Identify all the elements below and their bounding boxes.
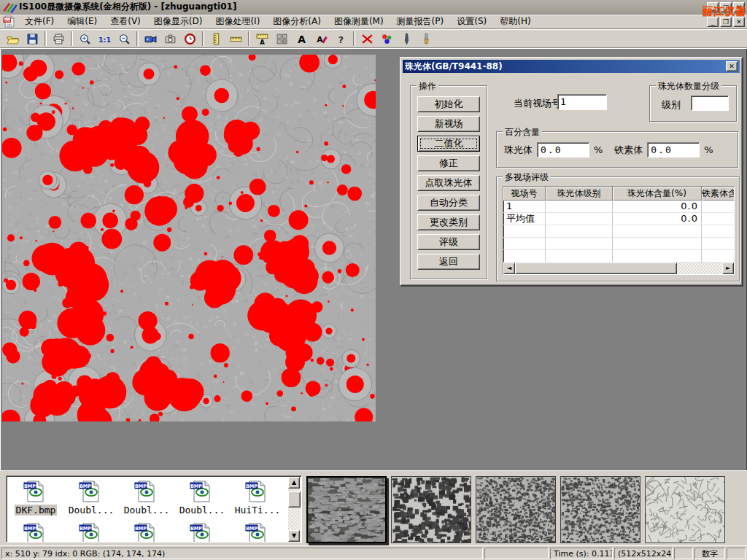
table-row[interactable] <box>503 250 734 262</box>
pearlite-percent-input[interactable]: 0.0 <box>537 142 589 158</box>
file-item-row2-5[interactable]: BMP <box>230 520 285 542</box>
menu-item-6[interactable]: 图像分析(A) <box>266 15 328 28</box>
op-button-5[interactable]: 点取珠光体 <box>417 175 480 191</box>
actual-size-button[interactable]: 1:1 <box>95 31 115 47</box>
svg-text:BMP: BMP <box>190 483 202 489</box>
op-button-3[interactable]: 二值化 <box>417 136 480 152</box>
curve-tool-button[interactable] <box>357 31 377 47</box>
ferrite-percent-input[interactable]: 0.0 <box>647 142 700 158</box>
horizontal-ruler-button[interactable] <box>226 31 246 47</box>
timer-icon <box>184 33 196 45</box>
grid-button[interactable] <box>272 31 292 47</box>
calibration-button[interactable]: A <box>252 31 272 47</box>
menu-item-10[interactable]: 帮助(H) <box>493 15 537 28</box>
particle-marker-icon <box>381 33 393 45</box>
file-item-2[interactable]: BMPDoubl... <box>63 478 119 516</box>
table-row[interactable]: 平均值0.0 <box>503 213 734 225</box>
table-row[interactable]: 10.0 <box>503 201 734 213</box>
file-item-row2-4[interactable]: BMP <box>174 520 230 542</box>
scrollbar-thumb[interactable] <box>288 491 301 508</box>
op-button-4[interactable]: 修正 <box>417 155 480 171</box>
dialog-close-button[interactable]: ✕ <box>726 61 738 71</box>
thumbnail-1[interactable] <box>306 476 387 543</box>
menu-item-9[interactable]: 设置(S) <box>450 15 493 28</box>
table-cell <box>503 238 546 250</box>
file-item-row2-2[interactable]: BMP <box>63 520 119 542</box>
help-button[interactable]: ? <box>331 31 351 47</box>
scroll-right-arrow[interactable]: ► <box>722 262 734 274</box>
particle-marker-button[interactable] <box>377 31 397 47</box>
annotate-icon: A <box>315 33 328 45</box>
vertical-ruler-button[interactable] <box>206 31 226 47</box>
document-icon[interactable]: DOC <box>3 15 15 28</box>
file-browser: BMPDKF.bmpBMPDoubl...BMPDoubl...BMPDoubl… <box>6 475 302 542</box>
thumbnail-2[interactable] <box>391 476 471 543</box>
scroll-down-arrow[interactable]: ▼ <box>288 530 300 542</box>
save-button[interactable] <box>23 31 42 47</box>
op-button-8[interactable]: 评级 <box>417 234 480 250</box>
file-item-1[interactable]: BMPDKF.bmp <box>8 478 63 516</box>
file-vertical-scrollbar[interactable]: ▲ ▼ <box>288 477 301 542</box>
zoom-in-button[interactable] <box>75 31 95 47</box>
table-row[interactable] <box>503 225 734 238</box>
scroll-left-arrow[interactable]: ◄ <box>503 262 515 274</box>
bmp-file-icon: BMP <box>78 478 104 504</box>
timer-button[interactable] <box>180 31 200 47</box>
annotate-button[interactable]: A <box>311 31 331 47</box>
file-item-5[interactable]: BMPHuiTi... <box>230 478 285 516</box>
menu-item-5[interactable]: 图像处理(I) <box>209 15 266 28</box>
scrollbar-thumb[interactable] <box>515 262 677 274</box>
open-button[interactable] <box>3 31 23 47</box>
thumbnail-4[interactable] <box>560 476 640 543</box>
menu-item-1[interactable]: 文件(F) <box>18 15 61 28</box>
menu-item-7[interactable]: 图像测量(M) <box>328 15 390 28</box>
menu-item-3[interactable]: 查看(V) <box>104 15 147 28</box>
scrollbar-track[interactable] <box>515 262 722 274</box>
table-row[interactable] <box>503 238 734 250</box>
file-item-3[interactable]: BMPDoubl... <box>119 478 174 516</box>
thumbnail-5[interactable] <box>645 476 725 543</box>
current-field-input[interactable]: 1 <box>557 94 607 110</box>
table-header-2[interactable]: 珠光体级别 <box>546 187 613 201</box>
micrograph-image[interactable] <box>2 55 376 421</box>
capture-button[interactable] <box>160 31 180 47</box>
op-button-1[interactable]: 初始化 <box>417 96 480 112</box>
dialog-body: 操作 初始化新视场二值化修正点取珠光体自动分类更改类别评级返回 当前视场号 1 … <box>403 73 740 284</box>
text-icon: A <box>295 33 308 45</box>
menu-item-2[interactable]: 编辑(E) <box>61 15 104 28</box>
table-header-3[interactable]: 珠光体含量(%) <box>613 187 702 201</box>
capture-icon <box>164 33 177 45</box>
rating-table-body: 10.0平均值0.0 <box>503 201 734 262</box>
bmp-file-icon: BMP <box>23 478 49 504</box>
bmp-file-icon: BMP <box>244 520 271 542</box>
video-camera-button[interactable] <box>141 31 160 47</box>
file-item-4[interactable]: BMPDoubl... <box>174 478 230 516</box>
menu-item-4[interactable]: 图像显示(D) <box>147 15 209 28</box>
op-button-6[interactable]: 自动分类 <box>417 195 480 211</box>
table-cell <box>702 238 735 250</box>
scroll-up-arrow[interactable]: ▲ <box>288 477 300 489</box>
table-header-1[interactable]: 视场号 <box>503 187 546 201</box>
op-button-9[interactable]: 返回 <box>417 254 480 270</box>
table-cell <box>702 201 735 213</box>
file-item-row2-3[interactable]: BMP <box>119 520 174 542</box>
app-logo-icon <box>2 1 17 13</box>
svg-text:BMP: BMP <box>24 483 36 489</box>
text-button[interactable]: A <box>292 31 311 47</box>
percent-group-legend: 百分含量 <box>503 126 542 139</box>
op-button-7[interactable]: 更改类别 <box>417 214 480 230</box>
dialog-title-bar[interactable]: 珠光体(GB/T9441-88) ✕ <box>403 60 740 73</box>
video-camera-icon <box>144 33 157 45</box>
table-header-4[interactable]: 铁素体含量(%) <box>702 187 735 201</box>
pen-tool-button[interactable] <box>397 31 417 47</box>
op-button-2[interactable]: 新视场 <box>417 116 480 132</box>
brush-tool-button[interactable] <box>417 31 436 47</box>
file-item-row2-1[interactable]: BMP <box>8 520 63 542</box>
rating-table[interactable]: 视场号珠光体级别珠光体含量(%)铁素体含量(%) 10.0平均值0.0 ◄ ► <box>503 186 735 275</box>
grade-input[interactable] <box>691 96 729 111</box>
table-horizontal-scrollbar[interactable]: ◄ ► <box>503 262 734 274</box>
menu-item-8[interactable]: 测量报告(P) <box>390 15 451 28</box>
print-button[interactable] <box>49 31 69 47</box>
zoom-out-button[interactable] <box>115 31 134 47</box>
thumbnail-3[interactable] <box>476 476 556 543</box>
